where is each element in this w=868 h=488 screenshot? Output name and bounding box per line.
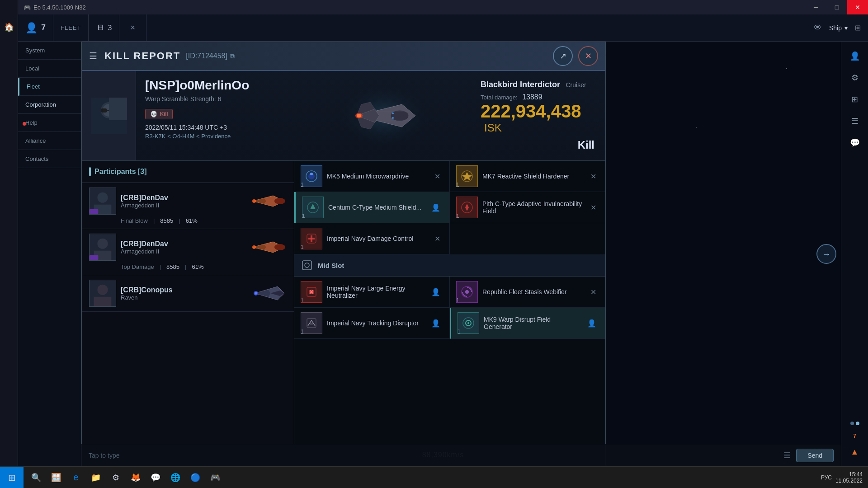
- participant-percent: 61%: [192, 263, 203, 270]
- screen-section[interactable]: 🖥 3: [89, 14, 119, 41]
- slot-icon: [458, 312, 479, 334]
- titlebar: 🎮 Eo 5.4.50.1009 N32 ─ □ ✕: [18, 0, 868, 14]
- close-section[interactable]: ×: [119, 14, 146, 41]
- system-tab[interactable]: System: [18, 42, 81, 60]
- edge-taskbar[interactable]: e: [67, 469, 85, 487]
- fitting-slot[interactable]: 1 Imperial Navy Large Energy Neutralizer…: [294, 277, 449, 308]
- fitting-slot[interactable]: 1 Imperial Navy Damage Control ✕: [294, 223, 449, 254]
- send-button[interactable]: Send: [796, 449, 834, 462]
- separator: |: [160, 263, 161, 270]
- discord-taskbar[interactable]: 💬: [146, 469, 165, 487]
- folder-taskbar[interactable]: 📁: [87, 469, 105, 487]
- participant-row[interactable]: [CRB]Conopus Raven: [82, 275, 294, 312]
- fleet-section[interactable]: FLEET: [53, 14, 89, 41]
- participant-avatar: [89, 280, 116, 307]
- edge2-taskbar[interactable]: 🌐: [166, 469, 184, 487]
- participants-title: Participants [3]: [94, 168, 147, 176]
- browser1-taskbar[interactable]: 🦊: [127, 469, 145, 487]
- filter-icon[interactable]: ⊞: [855, 23, 861, 32]
- slot-person[interactable]: 👤: [429, 203, 443, 212]
- ship-selector[interactable]: Ship ▾: [829, 24, 848, 32]
- app-taskbar[interactable]: 🎮: [206, 469, 224, 487]
- help-notification-dot: [23, 122, 26, 126]
- export-btn[interactable]: ↗: [553, 46, 573, 66]
- slot-person[interactable]: 👤: [585, 319, 599, 328]
- kill-report-close-btn[interactable]: ✕: [578, 46, 598, 66]
- settings-taskbar[interactable]: ⚙: [107, 469, 125, 487]
- participant-ship: Raven: [121, 294, 173, 301]
- fitting-slot-highlighted[interactable]: 1 MK9 Warp Disrupt Field Generator 👤: [450, 308, 605, 339]
- user-icon: 👤: [25, 22, 38, 34]
- slot-person[interactable]: 👤: [429, 288, 443, 296]
- notification-count: 7: [853, 432, 856, 439]
- nav-arrow-right[interactable]: →: [816, 244, 836, 264]
- participant-row[interactable]: [CRB]DenDav Armageddon II: [82, 229, 294, 275]
- alliance-tab[interactable]: Alliance: [18, 132, 81, 150]
- slot-remove[interactable]: ✕: [588, 172, 599, 181]
- chrome-taskbar[interactable]: 🔵: [186, 469, 204, 487]
- fitting-slot[interactable]: 1 Imperial Navy Tracking Disruptor 👤: [294, 308, 449, 339]
- nav-dot-2: [856, 422, 859, 425]
- contacts-tab[interactable]: Contacts: [18, 150, 81, 168]
- kill-report-panel: ☰ KILL REPORT [ID:7124458] ⧉ ↗ ✕: [81, 42, 606, 466]
- slot-person[interactable]: 👤: [429, 319, 443, 328]
- ship-thumbnail: [250, 238, 287, 256]
- settings-icon-r[interactable]: ⚙: [846, 69, 864, 87]
- slot-remove[interactable]: ✕: [432, 172, 443, 181]
- isk-value: 222,934,438: [481, 101, 581, 121]
- fitting-slot-highlighted[interactable]: 1 Centum C-Type Medium Shield... 👤: [294, 192, 449, 223]
- format-icon[interactable]: ☰: [783, 450, 791, 460]
- slot-icon: [456, 197, 478, 218]
- triangle-icon[interactable]: ▲: [846, 443, 864, 461]
- copy-icon[interactable]: ⧉: [230, 52, 235, 60]
- sidebar-home-icon[interactable]: 🏠: [0, 18, 18, 36]
- close-btn[interactable]: ✕: [847, 0, 868, 14]
- participant-info: [CRB]DenDav Armageddon II: [121, 194, 168, 209]
- placeholder-text[interactable]: Tap to type: [89, 452, 778, 459]
- local-tab[interactable]: Local: [18, 60, 81, 78]
- eye-icon[interactable]: 👁: [814, 23, 822, 33]
- search-taskbar[interactable]: 🔍: [27, 469, 45, 487]
- help-tab[interactable]: Help: [18, 114, 81, 132]
- participant-row[interactable]: [CRB]DenDav Armageddon II: [82, 183, 294, 229]
- slot-name: Imperial Navy Tracking Disruptor: [327, 319, 424, 327]
- participant-name: [CRB]DenDav: [121, 194, 168, 202]
- character-icon[interactable]: 👤: [846, 47, 864, 65]
- fitting-slot[interactable]: 1 Pith C-Type Adaptive Invulnerability F…: [450, 192, 605, 223]
- chat-icon[interactable]: 💬: [846, 134, 864, 152]
- svg-point-24: [391, 110, 409, 121]
- slot-remove[interactable]: ✕: [432, 235, 443, 243]
- maximize-btn[interactable]: □: [826, 0, 847, 14]
- menu-icon[interactable]: ☰: [846, 112, 864, 130]
- corporation-tab[interactable]: Corporation: [18, 96, 81, 114]
- participant-stats: Final Blow | 8585 | 61%: [89, 217, 287, 224]
- grid-icon[interactable]: ⊞: [846, 90, 864, 108]
- slot-remove[interactable]: ✕: [588, 203, 599, 212]
- svg-point-74: [467, 322, 469, 324]
- topnav-right: 👁 Ship ▾ ⊞: [814, 23, 868, 33]
- fleet-tab[interactable]: Fleet: [18, 78, 81, 96]
- slot-name: MK5 Medium Microwarpdrive: [327, 173, 427, 180]
- kill-stats: Blackbird Interdictor Cruiser Total dama…: [470, 71, 605, 160]
- start-button[interactable]: ⊞: [0, 467, 24, 488]
- date-display: 11.05.2022: [835, 478, 863, 484]
- taskview-taskbar[interactable]: 🪟: [47, 469, 65, 487]
- fitting-slot[interactable]: 1 MK5 Medium Microwarpdrive ✕: [294, 161, 449, 192]
- svg-rect-64: [302, 261, 311, 270]
- participant-info: [CRB]DenDav Armageddon II: [121, 240, 168, 255]
- damage-line: Total damage: 13889: [481, 93, 594, 101]
- minimize-btn[interactable]: ─: [806, 0, 826, 14]
- isk-currency: ISK: [484, 122, 502, 134]
- send-label: Send: [807, 452, 822, 459]
- hamburger-icon[interactable]: ☰: [89, 51, 97, 61]
- fitting-slot[interactable]: 1 Republic Fleet Stasis Webifier: [450, 277, 605, 308]
- fitting-panel: 1 MK5 Medium Microwarpdrive ✕: [294, 161, 605, 466]
- slot-remove[interactable]: ✕: [588, 288, 599, 296]
- topnav-close[interactable]: ×: [127, 23, 139, 33]
- ship-type: Cruiser: [566, 81, 586, 89]
- slot-name: MK7 Reactive Shield Hardener: [482, 173, 583, 180]
- participant-ship: Armageddon II: [121, 202, 168, 209]
- fitting-slot[interactable]: 1 MK7 Reactive Shield Hardener ✕: [450, 161, 605, 192]
- participant-info: [CRB]Conopus Raven: [121, 286, 173, 301]
- topnav: 👤 7 FLEET 🖥 3 × 👁 Ship ▾ ⊞: [18, 14, 868, 42]
